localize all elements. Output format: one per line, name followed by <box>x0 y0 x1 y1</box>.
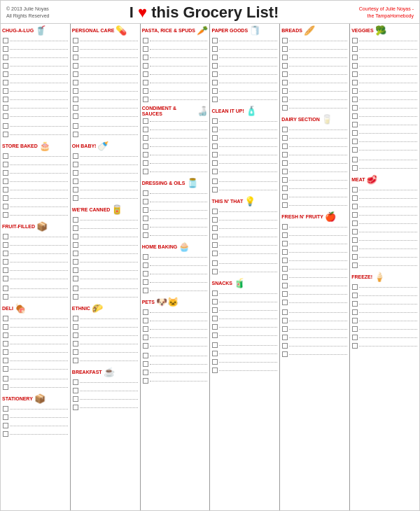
checkbox[interactable] <box>352 139 358 144</box>
checkbox[interactable] <box>73 286 78 291</box>
checkbox[interactable] <box>143 38 148 43</box>
checkbox[interactable] <box>282 169 288 174</box>
checkbox[interactable] <box>352 63 358 69</box>
checkbox[interactable] <box>3 187 8 192</box>
checkbox[interactable] <box>3 123 8 129</box>
checkbox[interactable] <box>73 123 78 129</box>
checkbox[interactable] <box>3 46 8 52</box>
checkbox[interactable] <box>3 358 8 363</box>
checkbox[interactable] <box>212 359 218 365</box>
checkbox[interactable] <box>143 71 148 77</box>
checkbox[interactable] <box>3 384 8 390</box>
checkbox[interactable] <box>352 301 358 307</box>
checkbox[interactable] <box>143 63 148 69</box>
checkbox[interactable] <box>73 63 78 69</box>
checkbox[interactable] <box>352 147 358 153</box>
checkbox[interactable] <box>352 293 358 298</box>
checkbox[interactable] <box>73 80 78 85</box>
checkbox[interactable] <box>143 169 148 174</box>
checkbox[interactable] <box>282 249 288 255</box>
checkbox[interactable] <box>73 396 78 402</box>
checkbox[interactable] <box>143 80 148 85</box>
checkbox[interactable] <box>3 349 8 355</box>
checkbox[interactable] <box>73 294 78 300</box>
checkbox[interactable] <box>3 38 8 43</box>
checkbox[interactable] <box>212 342 218 348</box>
checkbox[interactable] <box>73 178 78 184</box>
checkbox[interactable] <box>352 262 358 268</box>
checkbox[interactable] <box>3 316 8 321</box>
checkbox[interactable] <box>143 271 148 276</box>
checkbox[interactable] <box>352 204 358 209</box>
checkbox[interactable] <box>143 152 148 158</box>
checkbox[interactable] <box>352 187 358 192</box>
checkbox[interactable] <box>282 80 288 85</box>
checkbox[interactable] <box>212 55 218 60</box>
checkbox[interactable] <box>282 144 288 149</box>
checkbox[interactable] <box>212 135 218 141</box>
checkbox[interactable] <box>143 160 148 166</box>
checkbox[interactable] <box>143 135 148 141</box>
checkbox[interactable] <box>282 63 288 69</box>
checkbox[interactable] <box>3 294 8 300</box>
checkbox[interactable] <box>282 335 288 340</box>
checkbox[interactable] <box>73 332 78 338</box>
checkbox[interactable] <box>3 204 8 209</box>
checkbox[interactable] <box>282 105 288 111</box>
checkbox[interactable] <box>282 186 288 191</box>
checkbox[interactable] <box>352 88 358 94</box>
checkbox[interactable] <box>73 55 78 60</box>
checkbox[interactable] <box>352 165 358 171</box>
checkbox[interactable] <box>3 132 8 137</box>
checkbox[interactable] <box>282 291 288 297</box>
checkbox[interactable] <box>212 160 218 166</box>
checkbox[interactable] <box>143 378 148 384</box>
checkbox[interactable] <box>352 105 358 111</box>
checkbox[interactable] <box>143 97 148 102</box>
checkbox[interactable] <box>3 366 8 372</box>
checkbox[interactable] <box>73 405 78 410</box>
checkbox[interactable] <box>143 118 148 124</box>
checkbox[interactable] <box>282 127 288 132</box>
checkbox[interactable] <box>212 127 218 132</box>
checkbox[interactable] <box>352 71 358 77</box>
checkbox[interactable] <box>3 63 8 69</box>
checkbox[interactable] <box>352 80 358 85</box>
checkbox[interactable] <box>212 307 218 313</box>
checkbox[interactable] <box>73 349 78 355</box>
checkbox[interactable] <box>73 388 78 393</box>
checkbox[interactable] <box>3 178 8 184</box>
checkbox[interactable] <box>352 157 358 162</box>
checkbox[interactable] <box>3 170 8 176</box>
checkbox[interactable] <box>143 335 148 340</box>
checkbox[interactable] <box>282 343 288 349</box>
checkbox[interactable] <box>143 262 148 268</box>
checkbox[interactable] <box>212 71 218 77</box>
checkbox[interactable] <box>282 135 288 141</box>
checkbox[interactable] <box>143 190 148 196</box>
checkbox[interactable] <box>73 71 78 77</box>
checkbox[interactable] <box>3 88 8 94</box>
checkbox[interactable] <box>3 153 8 159</box>
checkbox[interactable] <box>3 234 8 239</box>
checkbox[interactable] <box>143 343 148 349</box>
checkbox[interactable] <box>212 269 218 274</box>
checkbox[interactable] <box>143 46 148 52</box>
checkbox[interactable] <box>352 220 358 226</box>
checkbox[interactable] <box>212 290 218 296</box>
checkbox[interactable] <box>143 224 148 230</box>
checkbox[interactable] <box>352 212 358 218</box>
checkbox[interactable] <box>212 80 218 85</box>
checkbox[interactable] <box>212 260 218 266</box>
checkbox[interactable] <box>143 309 148 315</box>
checkbox[interactable] <box>3 55 8 60</box>
checkbox[interactable] <box>73 170 78 176</box>
checkbox[interactable] <box>212 38 218 43</box>
checkbox[interactable] <box>282 46 288 52</box>
checkbox[interactable] <box>73 97 78 102</box>
checkbox[interactable] <box>3 212 8 218</box>
checkbox[interactable] <box>73 46 78 52</box>
checkbox[interactable] <box>282 71 288 77</box>
checkbox[interactable] <box>212 46 218 52</box>
checkbox[interactable] <box>3 332 8 338</box>
